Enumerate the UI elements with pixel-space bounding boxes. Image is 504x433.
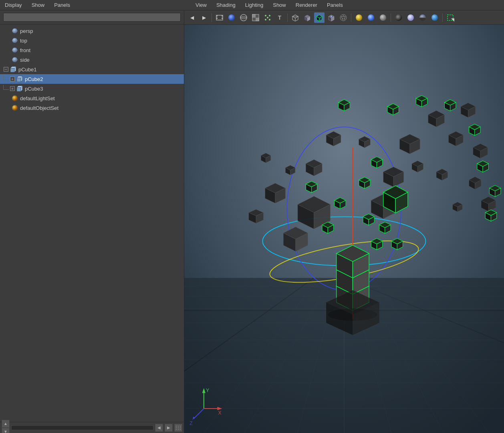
camera-icon-persp bbox=[11, 27, 18, 34]
scroll-right-arrow[interactable]: ▶ bbox=[165, 424, 173, 432]
svg-point-64 bbox=[395, 14, 402, 21]
left-bottom-bar: ▲ ▼ ◀ ▶ bbox=[0, 422, 184, 433]
menu-show-left[interactable]: Show bbox=[30, 1, 46, 9]
minus-icon: − bbox=[4, 67, 8, 72]
tree-label-side: side bbox=[20, 57, 30, 63]
svg-marker-72 bbox=[451, 18, 454, 22]
scroll-down-arrow[interactable]: ▼ bbox=[2, 428, 10, 433]
scroll-left-arrow[interactable]: ◀ bbox=[155, 424, 163, 432]
camera-icon-front bbox=[11, 47, 18, 54]
shading-wire-btn[interactable] bbox=[238, 12, 249, 23]
svg-point-61 bbox=[356, 14, 362, 21]
sep1 bbox=[212, 13, 212, 22]
sphere-yellow-btn[interactable] bbox=[354, 12, 364, 23]
tree-item-side[interactable]: side bbox=[0, 55, 184, 65]
sphere-dots-btn[interactable] bbox=[338, 12, 349, 23]
filmstrip-btn[interactable] bbox=[214, 12, 225, 23]
tree-item-defaultLightSet[interactable]: defaultLightSet bbox=[0, 93, 184, 103]
h-scroll-track[interactable] bbox=[11, 425, 153, 430]
tree-area[interactable]: persp top bbox=[0, 24, 184, 422]
grip-dots bbox=[176, 426, 181, 430]
svg-text:X: X bbox=[218, 410, 221, 416]
svg-point-54 bbox=[331, 16, 332, 17]
menu-panels-left[interactable]: Panels bbox=[52, 1, 72, 9]
tree-item-pCube3[interactable]: + pCube3 bbox=[0, 84, 184, 93]
sphere-blue3-btn[interactable] bbox=[429, 12, 440, 23]
main-content: persp top bbox=[0, 10, 504, 433]
text-display-btn[interactable]: T bbox=[274, 12, 285, 23]
sphere-light-btn[interactable] bbox=[405, 12, 416, 23]
outliner-panel: persp top bbox=[0, 10, 184, 433]
expand-pcube1[interactable]: − bbox=[3, 67, 9, 72]
menu-lighting[interactable]: Lighting bbox=[244, 1, 265, 9]
cube-wire-btn[interactable] bbox=[290, 12, 300, 23]
mesh-icon-pcube2 bbox=[16, 75, 23, 83]
texture-btn[interactable] bbox=[250, 12, 261, 23]
svg-rect-27 bbox=[222, 18, 223, 19]
menu-bar: Display Show Panels View Shading Lightin… bbox=[0, 0, 504, 10]
tree-item-pCube2[interactable]: + pCube2 bbox=[0, 74, 184, 84]
connector-pcube2 bbox=[3, 75, 9, 80]
sphere-dark-btn[interactable] bbox=[393, 12, 404, 23]
cube-green-btn[interactable] bbox=[314, 12, 325, 23]
vp-nav-prev[interactable]: ◀ bbox=[187, 12, 197, 23]
sep3 bbox=[351, 13, 351, 22]
svg-point-28 bbox=[228, 14, 235, 21]
svg-rect-15 bbox=[17, 78, 21, 82]
search-input[interactable] bbox=[3, 13, 181, 22]
menu-view[interactable]: View bbox=[194, 1, 208, 9]
particle-btn[interactable] bbox=[262, 12, 273, 23]
resize-grip[interactable] bbox=[174, 424, 182, 432]
sphere-half-btn[interactable] bbox=[417, 12, 428, 23]
menu-panels-right[interactable]: Panels bbox=[325, 1, 345, 9]
svg-point-65 bbox=[407, 14, 414, 21]
sep2 bbox=[287, 13, 288, 22]
expand-pcube2[interactable]: + bbox=[10, 76, 15, 82]
tree-label-persp: persp bbox=[20, 28, 33, 34]
shading-smooth-btn[interactable] bbox=[226, 12, 237, 23]
tree-item-front[interactable]: front bbox=[0, 45, 184, 55]
cube-face-btn[interactable] bbox=[326, 12, 337, 23]
svg-point-21 bbox=[12, 95, 18, 101]
sphere-blue2-btn[interactable] bbox=[366, 12, 376, 23]
tree-item-top[interactable]: top bbox=[0, 36, 184, 45]
svg-point-39 bbox=[267, 17, 268, 18]
tree-item-defaultObjectSet[interactable]: defaultObjectSet bbox=[0, 103, 184, 113]
svg-point-70 bbox=[431, 14, 438, 21]
set-icon-light bbox=[11, 95, 18, 102]
svg-rect-18 bbox=[17, 87, 21, 91]
menu-shading[interactable]: Shading bbox=[215, 1, 237, 9]
select-box-btn[interactable] bbox=[445, 12, 456, 23]
svg-point-58 bbox=[345, 16, 346, 17]
plus-icon-pcube2: + bbox=[10, 77, 15, 81]
expand-pcube3[interactable]: + bbox=[10, 86, 15, 91]
mesh-icon-pcube3 bbox=[16, 85, 23, 92]
tree-item-persp[interactable]: persp bbox=[0, 26, 184, 36]
tree-item-pCube1[interactable]: − pCube1 bbox=[0, 65, 184, 74]
right-menu-bar: View Shading Lighting Show Renderer Pane… bbox=[194, 1, 501, 9]
svg-point-59 bbox=[342, 18, 343, 19]
sphere-grey-btn[interactable] bbox=[378, 12, 388, 23]
menu-renderer[interactable]: Renderer bbox=[294, 1, 319, 9]
svg-point-56 bbox=[341, 16, 343, 17]
left-menu-bar: Display Show Panels bbox=[3, 1, 187, 9]
viewport-canvas[interactable]: Y X Z bbox=[184, 25, 504, 433]
svg-text:Z: Z bbox=[190, 421, 193, 426]
svg-point-22 bbox=[12, 105, 18, 111]
tree-label-pCube3: pCube3 bbox=[25, 86, 43, 92]
scene-svg: Y X Z bbox=[184, 25, 504, 433]
camera-icon-side bbox=[11, 56, 18, 63]
vp-nav-next[interactable]: ▶ bbox=[199, 12, 209, 23]
menu-show-right[interactable]: Show bbox=[271, 1, 288, 9]
svg-point-38 bbox=[269, 15, 270, 16]
svg-rect-24 bbox=[216, 15, 218, 16]
cube-solid-btn[interactable] bbox=[302, 12, 312, 23]
viewport-panel: ◀ ▶ bbox=[184, 10, 504, 433]
mesh-icon-pcube1 bbox=[10, 66, 17, 73]
svg-point-63 bbox=[380, 14, 386, 21]
plus-icon-pcube3: + bbox=[10, 86, 15, 91]
connector-pcube3 bbox=[3, 85, 9, 90]
menu-display[interactable]: Display bbox=[3, 1, 24, 9]
svg-point-40 bbox=[265, 19, 266, 20]
svg-point-41 bbox=[269, 19, 270, 20]
